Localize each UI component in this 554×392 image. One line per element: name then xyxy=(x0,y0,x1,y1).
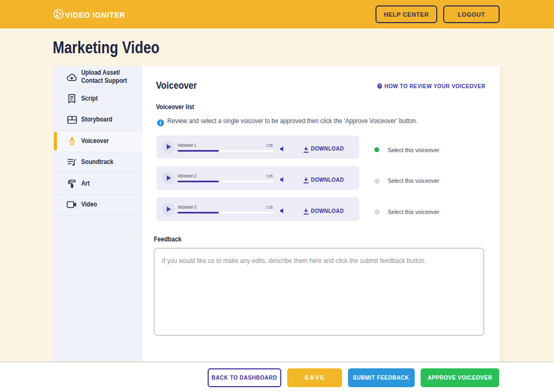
svg-text:?: ? xyxy=(379,84,381,88)
